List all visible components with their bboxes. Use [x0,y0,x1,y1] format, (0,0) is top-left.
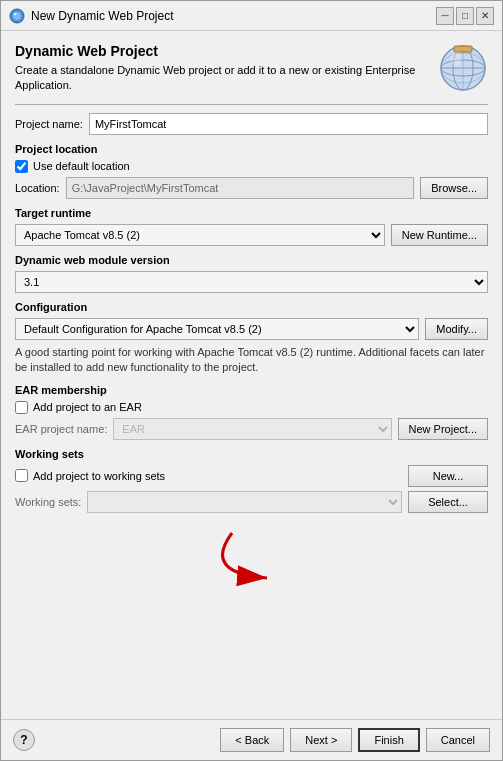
svg-point-2 [14,12,17,15]
use-default-location-label: Use default location [33,160,130,172]
configuration-group: Configuration Default Configuration for … [15,301,488,376]
add-to-ear-label: Add project to an EAR [33,401,142,413]
add-to-working-sets-checkbox[interactable] [15,469,28,482]
arrow-svg [152,523,352,588]
ear-membership-group: EAR membership Add project to an EAR EAR… [15,384,488,440]
bottom-left: ? [13,729,35,751]
ear-membership-label: EAR membership [15,384,488,396]
page-description: Create a standalone Dynamic Web project … [15,63,428,94]
svg-rect-9 [454,46,472,52]
project-name-label: Project name: [15,118,83,130]
globe-svg [438,43,488,93]
page-header: Dynamic Web Project Create a standalone … [15,43,488,94]
configuration-row: Default Configuration for Apache Tomcat … [15,318,488,340]
target-runtime-label: Target runtime [15,207,488,219]
main-window: New Dynamic Web Project ─ □ ✕ Dynamic We… [0,0,503,761]
add-to-working-sets-label: Add project to working sets [33,470,165,482]
ear-project-name-select: EAR [113,418,391,440]
finish-button[interactable]: Finish [358,728,419,752]
title-bar: New Dynamic Web Project ─ □ ✕ [1,1,502,31]
dynamic-web-module-select[interactable]: 3.1 [15,271,488,293]
dynamic-web-module-label: Dynamic web module version [15,254,488,266]
working-sets-group: Working sets Add project to working sets… [15,448,488,513]
svg-point-10 [451,52,461,66]
working-sets-bottom-row: Working sets: Select... [15,491,488,513]
project-name-row: Project name: [15,113,488,135]
working-sets-label: Working sets [15,448,488,460]
window-title: New Dynamic Web Project [31,9,174,23]
ear-project-name-row: EAR project name: EAR New Project... [15,418,488,440]
add-to-ear-row: Add project to an EAR [15,401,488,414]
new-working-set-button[interactable]: New... [408,465,488,487]
location-label: Location: [15,182,60,194]
dynamic-web-module-group: Dynamic web module version 3.1 [15,254,488,293]
page-title: Dynamic Web Project [15,43,428,59]
bottom-right: < Back Next > Finish Cancel [220,728,490,752]
cancel-button[interactable]: Cancel [426,728,490,752]
use-default-location-checkbox[interactable] [15,160,28,173]
target-runtime-group: Target runtime Apache Tomcat v8.5 (2) Ne… [15,207,488,246]
project-location-label: Project location [15,143,488,155]
select-button[interactable]: Select... [408,491,488,513]
add-to-ear-checkbox[interactable] [15,401,28,414]
project-name-group: Project name: [15,113,488,135]
configuration-select[interactable]: Default Configuration for Apache Tomcat … [15,318,419,340]
location-row: Location: Browse... [15,177,488,199]
target-runtime-row: Apache Tomcat v8.5 (2) New Runtime... [15,224,488,246]
help-button[interactable]: ? [13,729,35,751]
title-bar-left: New Dynamic Web Project [9,8,174,24]
project-name-input[interactable] [89,113,488,135]
new-project-button[interactable]: New Project... [398,418,488,440]
browse-button[interactable]: Browse... [420,177,488,199]
project-location-group: Project location Use default location Lo… [15,143,488,199]
working-sets-field-label: Working sets: [15,496,81,508]
new-runtime-button[interactable]: New Runtime... [391,224,488,246]
configuration-info: A good starting point for working with A… [15,345,488,376]
bottom-bar: ? < Back Next > Finish Cancel [1,719,502,760]
title-bar-controls: ─ □ ✕ [436,7,494,25]
back-button[interactable]: < Back [220,728,284,752]
dialog-content: Dynamic Web Project Create a standalone … [1,31,502,719]
header-divider [15,104,488,105]
location-input [66,177,414,199]
window-icon [9,8,25,24]
project-icon [438,43,488,93]
minimize-button[interactable]: ─ [436,7,454,25]
configuration-label: Configuration [15,301,488,313]
working-sets-select [87,491,402,513]
working-sets-top-row: Add project to working sets New... [15,465,488,487]
maximize-button[interactable]: □ [456,7,474,25]
modify-button[interactable]: Modify... [425,318,488,340]
target-runtime-select[interactable]: Apache Tomcat v8.5 (2) [15,224,385,246]
use-default-location-row: Use default location [15,160,488,173]
add-to-working-sets-row: Add project to working sets [15,469,165,482]
close-button[interactable]: ✕ [476,7,494,25]
ear-project-name-label: EAR project name: [15,423,107,435]
arrow-area [15,521,488,591]
next-button[interactable]: Next > [290,728,352,752]
page-header-text: Dynamic Web Project Create a standalone … [15,43,428,94]
